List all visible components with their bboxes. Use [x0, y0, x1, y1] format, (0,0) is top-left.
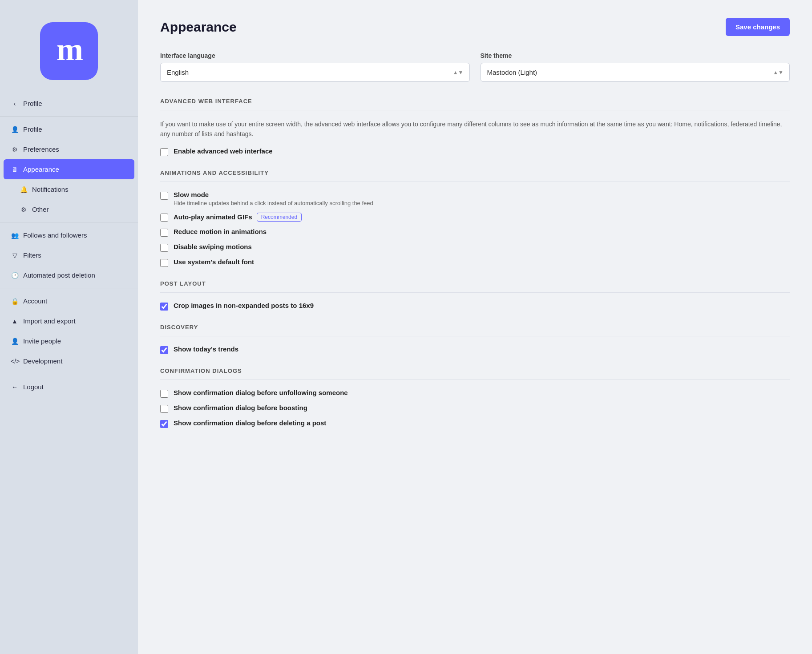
checkbox-item-confirm-boost: Show confirmation dialog before boosting: [160, 404, 790, 413]
post-deletion-label: Automated post deletion: [23, 271, 95, 279]
confirm-delete-label[interactable]: Show confirmation dialog before deleting…: [174, 419, 326, 427]
nav-section: ‹ Profile 👤 Profile ⚙ Preferences 🖥 Appe…: [0, 93, 138, 397]
development-icon: </>: [11, 358, 19, 365]
disable-swiping-checkbox[interactable]: [160, 244, 168, 252]
theme-field-group: Site theme Mastodon (Light) Mastodon (Da…: [481, 52, 790, 82]
preferences-label: Preferences: [23, 145, 59, 153]
section-header-advanced: ADVANCED WEB INTERFACE: [160, 98, 790, 110]
nav-divider-1: [0, 116, 138, 117]
enable-advanced-label[interactable]: Enable advanced web interface: [174, 147, 273, 155]
checkbox-item-disable-swiping: Disable swiping motions: [160, 243, 790, 252]
slow-mode-checkbox[interactable]: [160, 192, 168, 200]
reduce-motion-label[interactable]: Reduce motion in animations: [174, 228, 267, 235]
sidebar-item-post-deletion[interactable]: 🕐 Automated post deletion: [0, 265, 138, 285]
language-select[interactable]: English Deutsch Español Français 日本語: [160, 63, 470, 82]
system-font-checkbox[interactable]: [160, 259, 168, 267]
disable-swiping-label-wrap: Disable swiping motions: [174, 243, 252, 250]
checkbox-item-confirm-delete: Show confirmation dialog before deleting…: [160, 419, 790, 428]
logout-icon: ←: [11, 384, 19, 391]
crop-images-checkbox[interactable]: [160, 303, 168, 311]
sidebar-item-notifications[interactable]: 🔔 Notifications: [0, 179, 138, 199]
sidebar-item-import-export[interactable]: ▲ Import and export: [0, 311, 138, 331]
profile-label: Profile: [23, 125, 42, 133]
section-post-layout: POST LAYOUT Crop images in non-expanded …: [160, 280, 790, 311]
checkbox-item-slow-mode: Slow mode Hide timeline updates behind a…: [160, 191, 790, 206]
section-advanced-web-interface: ADVANCED WEB INTERFACE If you want to ma…: [160, 98, 790, 156]
sidebar-item-preferences[interactable]: ⚙ Preferences: [0, 139, 138, 159]
import-export-label: Import and export: [23, 317, 76, 325]
show-trends-checkbox[interactable]: [160, 346, 168, 354]
section-header-confirmation: CONFIRMATION DIALOGS: [160, 367, 790, 380]
main-content: Appearance Save changes Interface langua…: [138, 0, 812, 654]
sidebar-item-appearance[interactable]: 🖥 Appearance: [4, 159, 134, 179]
auto-play-gifs-checkbox[interactable]: [160, 214, 168, 222]
account-label: Account: [23, 297, 47, 305]
profile-icon: 👤: [11, 126, 19, 133]
filters-label: Filters: [23, 251, 41, 259]
section-header-animations: ANIMATIONS AND ACCESSIBILITY: [160, 170, 790, 182]
crop-images-label[interactable]: Crop images in non-expanded posts to 16x…: [174, 302, 314, 309]
show-trends-label[interactable]: Show today's trends: [174, 345, 238, 353]
mastodon-logo-letter: m: [57, 33, 81, 69]
disable-swiping-label[interactable]: Disable swiping motions: [174, 243, 252, 250]
confirm-boost-label[interactable]: Show confirmation dialog before boosting: [174, 404, 307, 412]
sidebar-item-other[interactable]: ⚙ Other: [0, 199, 138, 219]
mastodon-logo: m: [40, 22, 98, 80]
sidebar-item-development[interactable]: </> Development: [0, 351, 138, 371]
confirm-boost-label-wrap: Show confirmation dialog before boosting: [174, 404, 307, 412]
sidebar-item-follows[interactable]: 👥 Follows and followers: [0, 225, 138, 245]
checkbox-item-crop-images: Crop images in non-expanded posts to 16x…: [160, 302, 790, 311]
preferences-icon: ⚙: [11, 146, 19, 153]
invite-icon: 👤: [11, 338, 19, 345]
sidebar-item-profile[interactable]: 👤 Profile: [0, 119, 138, 139]
section-header-discovery: DISCOVERY: [160, 324, 790, 336]
reduce-motion-label-wrap: Reduce motion in animations: [174, 228, 267, 235]
reduce-motion-checkbox[interactable]: [160, 229, 168, 237]
save-changes-button[interactable]: Save changes: [726, 18, 790, 36]
checkbox-item-confirm-unfollow: Show confirmation dialog before unfollow…: [160, 389, 790, 398]
confirm-unfollow-label[interactable]: Show confirmation dialog before unfollow…: [174, 389, 348, 396]
confirm-boost-checkbox[interactable]: [160, 405, 168, 413]
sidebar-item-account[interactable]: 🔒 Account: [0, 291, 138, 311]
checkbox-item-auto-play-gifs: Auto-play animated GIFs Recommended: [160, 213, 790, 222]
theme-label: Site theme: [481, 52, 790, 59]
system-font-label[interactable]: Use system's default font: [174, 258, 254, 266]
theme-select-wrapper: Mastodon (Light) Mastodon (Dark) High Co…: [481, 63, 790, 82]
page-title: Appearance: [160, 20, 237, 35]
enable-advanced-checkbox[interactable]: [160, 148, 168, 156]
notifications-icon: 🔔: [20, 186, 28, 193]
import-export-icon: ▲: [11, 318, 19, 325]
confirm-delete-checkbox[interactable]: [160, 420, 168, 428]
other-icon: ⚙: [20, 206, 28, 213]
confirm-delete-label-wrap: Show confirmation dialog before deleting…: [174, 419, 326, 427]
invite-label: Invite people: [23, 337, 61, 345]
sidebar-item-invite[interactable]: 👤 Invite people: [0, 331, 138, 351]
section-animations: ANIMATIONS AND ACCESSIBILITY Slow mode H…: [160, 170, 790, 267]
page-header: Appearance Save changes: [160, 18, 790, 36]
sidebar-item-filters[interactable]: ▽ Filters: [0, 245, 138, 265]
language-theme-row: Interface language English Deutsch Españ…: [160, 52, 790, 82]
development-label: Development: [23, 357, 62, 365]
back-icon: ‹: [11, 100, 19, 107]
post-deletion-icon: 🕐: [11, 272, 19, 279]
slow-mode-label-wrap: Slow mode Hide timeline updates behind a…: [174, 191, 373, 206]
language-select-wrapper: English Deutsch Español Français 日本語 ▲▼: [160, 63, 470, 82]
auto-play-gifs-label[interactable]: Auto-play animated GIFs Recommended: [174, 213, 302, 222]
follows-label: Follows and followers: [23, 231, 87, 239]
system-font-label-wrap: Use system's default font: [174, 258, 254, 266]
slow-mode-label[interactable]: Slow mode: [174, 191, 373, 198]
appearance-icon: 🖥: [11, 166, 19, 173]
back-label: Profile: [23, 100, 42, 107]
sidebar-item-logout[interactable]: ← Logout: [0, 377, 138, 397]
sidebar: m ‹ Profile 👤 Profile ⚙ Preferences 🖥 Ap…: [0, 0, 138, 654]
theme-select[interactable]: Mastodon (Light) Mastodon (Dark) High Co…: [481, 63, 790, 82]
other-label: Other: [32, 206, 49, 213]
advanced-web-interface-desc: If you want to make use of your entire s…: [160, 119, 790, 139]
confirm-unfollow-checkbox[interactable]: [160, 390, 168, 398]
language-field-group: Interface language English Deutsch Españ…: [160, 52, 470, 82]
auto-play-gifs-label-wrap: Auto-play animated GIFs Recommended: [174, 213, 302, 222]
show-trends-label-wrap: Show today's trends: [174, 345, 238, 353]
checkbox-item-enable-advanced: Enable advanced web interface: [160, 147, 790, 156]
logout-label: Logout: [23, 383, 44, 391]
back-to-mastodon[interactable]: ‹ Profile: [0, 93, 138, 113]
